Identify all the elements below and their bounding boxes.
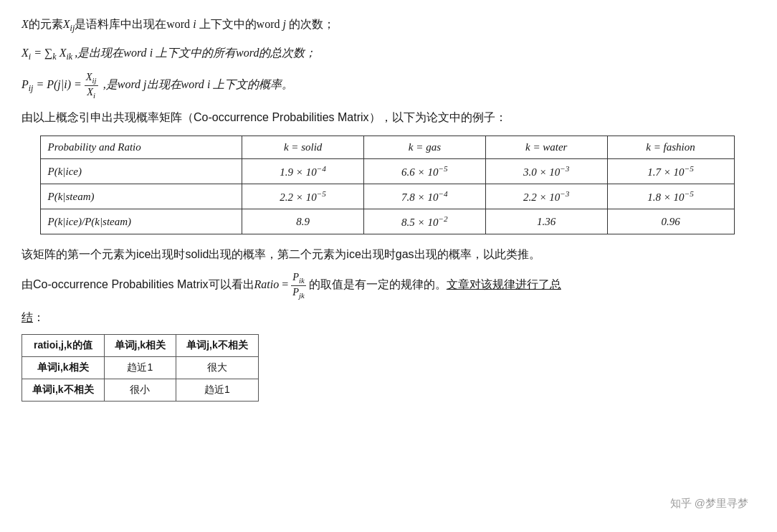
intro-text: 由以上概念引申出共现概率矩阵（Co-occurrence Probabiliti… <box>22 108 753 127</box>
line-pij: Pij = P(j|i) = Xij Xi ,是word j出现在word i … <box>22 71 753 100</box>
table-row: P(k|ice)/P(k|steam) 8.9 8.5 × 10−2 1.36 … <box>40 209 734 234</box>
ratio-row2-related: 很小 <box>104 379 176 402</box>
ratio-intro-prefix: 由Co-occurrence Probabilities Matrix可以看出 <box>22 278 254 290</box>
ratio-intro-line: 由Co-occurrence Probabilities Matrix可以看出R… <box>22 271 753 300</box>
table-row: P(k|steam) 2.2 × 10−5 7.8 × 10−4 2.2 × 1… <box>40 184 734 209</box>
ratio-suffix: 的取值是有一定的规律的。文章对该规律进行了总 <box>309 278 561 290</box>
row3-solid: 8.9 <box>242 209 364 234</box>
ratio-row1-label: 单词i,k相关 <box>22 357 105 379</box>
prob-table-header-3: k = water <box>485 136 607 159</box>
row1-fashion: 1.7 × 10−5 <box>607 159 734 184</box>
ratio-suffix-line2: 结： <box>22 308 753 327</box>
ratio-row2-label: 单词i,k不相关 <box>22 379 105 402</box>
prob-table-header-0: Probability and Ratio <box>40 136 242 159</box>
ratio-header-2: 单词j,k不相关 <box>176 335 259 357</box>
table-row: P(k|ice) 1.9 × 10−4 6.6 × 10−5 3.0 × 10−… <box>40 159 734 184</box>
row1-solid: 1.9 × 10−4 <box>242 159 364 184</box>
prob-table-header-2: k = gas <box>364 136 486 159</box>
line-xij: X的元素Xij是语料库中出现在word i 上下文中的word j 的次数； <box>22 14 753 36</box>
ratio-header-1: 单词j,k相关 <box>104 335 176 357</box>
prob-table-header-1: k = solid <box>242 136 364 159</box>
row1-label: P(k|ice) <box>40 159 242 184</box>
desc-text: 该矩阵的第一个元素为ice出现时solid出现的概率，第二个元素为ice出现时g… <box>22 244 753 264</box>
watermark: 知乎 @梦里寻梦 <box>670 497 748 510</box>
row3-fashion: 0.96 <box>607 209 734 234</box>
ratio-row1-related: 趋近1 <box>104 357 176 379</box>
table-row: 单词i,k不相关 很小 趋近1 <box>22 379 259 402</box>
line-xi: Xi = ∑k Xik ,是出现在word i 上下文中的所有word的总次数； <box>22 43 753 65</box>
row3-gas: 8.5 × 10−2 <box>364 209 486 234</box>
ratio-row2-unrelated: 趋近1 <box>176 379 259 402</box>
ratio-header-0: ratioi,j,k的值 <box>22 335 105 357</box>
prob-table-header-4: k = fashion <box>607 136 734 159</box>
ratio-table-wrap: ratioi,j,k的值 单词j,k相关 单词j,k不相关 单词i,k相关 趋近… <box>22 334 753 402</box>
row2-solid: 2.2 × 10−5 <box>242 184 364 209</box>
row2-fashion: 1.8 × 10−5 <box>607 184 734 209</box>
row1-water: 3.0 × 10−3 <box>485 159 607 184</box>
row3-label: P(k|ice)/P(k|steam) <box>40 209 242 234</box>
prob-table: Probability and Ratio k = solid k = gas … <box>40 136 735 234</box>
main-content: X的元素Xij是语料库中出现在word i 上下文中的word j 的次数； X… <box>22 14 753 402</box>
row2-gas: 7.8 × 10−4 <box>364 184 486 209</box>
row1-gas: 6.6 × 10−5 <box>364 159 486 184</box>
ratio-table: ratioi,j,k的值 单词j,k相关 单词j,k不相关 单词i,k相关 趋近… <box>22 334 259 402</box>
table-row: 单词i,k相关 趋近1 很大 <box>22 357 259 379</box>
ratio-row1-unrelated: 很大 <box>176 357 259 379</box>
row2-water: 2.2 × 10−3 <box>485 184 607 209</box>
prob-table-wrap: Probability and Ratio k = solid k = gas … <box>22 136 753 234</box>
row3-water: 1.36 <box>485 209 607 234</box>
row2-label: P(k|steam) <box>40 184 242 209</box>
